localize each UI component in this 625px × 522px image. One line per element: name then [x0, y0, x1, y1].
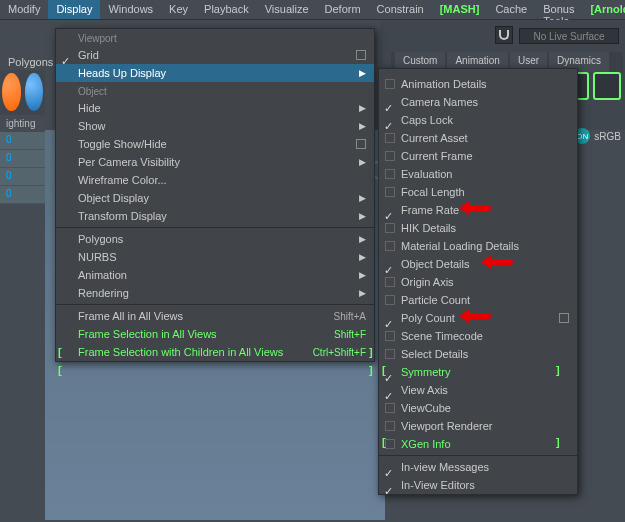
menu-item-label: Object Details: [401, 258, 469, 270]
tool-icon-2[interactable]: [25, 73, 44, 111]
menu-display[interactable]: Display: [48, 0, 100, 19]
hud-item-xgen-info[interactable]: XGen Info: [379, 435, 577, 453]
hud-item-particle-count[interactable]: Particle Count: [379, 291, 577, 309]
shortcut-label: Shift+A: [333, 311, 366, 322]
channel-value-1[interactable]: 0: [0, 150, 45, 168]
hud-item-evaluation[interactable]: Evaluation: [379, 165, 577, 183]
menu-item-show[interactable]: Show▶: [56, 117, 374, 135]
menu-item-label: View Axis: [401, 384, 448, 396]
menu-item-label: Animation Details: [401, 78, 487, 90]
menu-item-heads-up-display[interactable]: Heads Up Display▶: [56, 64, 374, 82]
menu-item-label: ViewCube: [401, 402, 451, 414]
hud-item-frame-rate[interactable]: Frame Rate: [379, 201, 577, 219]
hud-item-viewcube[interactable]: ViewCube: [379, 399, 577, 417]
menu-item-label: Select Details: [401, 348, 468, 360]
checkbox-empty-icon: [385, 295, 395, 305]
submenu-arrow-icon: ▶: [359, 252, 366, 262]
live-surface-indicator[interactable]: No Live Surface: [519, 28, 619, 44]
menu-item-frame-selection-children[interactable]: Frame Selection with Children in All Vie…: [56, 343, 374, 361]
checkbox-empty-icon: [385, 169, 395, 179]
menu-item-label: Frame Rate: [401, 204, 459, 216]
option-box-icon[interactable]: [356, 139, 366, 149]
menu-item-label: Material Loading Details: [401, 240, 519, 252]
channel-value-2[interactable]: 0: [0, 168, 45, 186]
submenu-arrow-icon: ▶: [359, 288, 366, 298]
option-box-icon[interactable]: [559, 313, 569, 323]
menu-item-wireframe-color[interactable]: Wireframe Color...: [56, 171, 374, 189]
menu-visualize[interactable]: Visualize: [257, 0, 317, 19]
menu-item-inview-editors[interactable]: In-View Editors: [379, 476, 577, 494]
menu-playback[interactable]: Playback: [196, 0, 257, 19]
hud-item-select-details[interactable]: Select Details: [379, 345, 577, 363]
hud-item-view-axis[interactable]: View Axis: [379, 381, 577, 399]
menu-windows[interactable]: Windows: [100, 0, 161, 19]
menu-item-frame-all[interactable]: Frame All in All ViewsShift+A: [56, 307, 374, 325]
hud-item-scene-timecode[interactable]: Scene Timecode: [379, 327, 577, 345]
hud-item-animation-details[interactable]: Animation Details: [379, 75, 577, 93]
menu-item-polygons[interactable]: Polygons▶: [56, 230, 374, 248]
menu-divider: [56, 304, 374, 305]
checkbox-empty-icon: [385, 79, 395, 89]
menu-item-nurbs[interactable]: NURBS▶: [56, 248, 374, 266]
menu-item-label: XGen Info: [401, 438, 451, 450]
hud-item-origin-axis[interactable]: Origin Axis: [379, 273, 577, 291]
menu-item-hide[interactable]: Hide▶: [56, 99, 374, 117]
magnet-button[interactable]: [495, 26, 513, 44]
shelf-icon-2[interactable]: [593, 72, 621, 100]
menu-item-object-display[interactable]: Object Display▶: [56, 189, 374, 207]
menu-item-grid[interactable]: Grid: [56, 46, 374, 64]
checkbox-empty-icon: [385, 187, 395, 197]
menu-deform[interactable]: Deform: [317, 0, 369, 19]
shortcut-label: Shift+F: [334, 329, 366, 340]
menu-section-object: Object: [56, 82, 374, 99]
menu-cache[interactable]: Cache: [487, 0, 535, 19]
srgb-label[interactable]: sRGB: [594, 131, 621, 142]
menu-item-animation[interactable]: Animation▶: [56, 266, 374, 284]
hud-item-material-loading-details[interactable]: Material Loading Details: [379, 237, 577, 255]
menu-item-transform-display[interactable]: Transform Display▶: [56, 207, 374, 225]
menu-item-label: Focal Length: [401, 186, 465, 198]
hud-item-current-frame[interactable]: Current Frame: [379, 147, 577, 165]
hud-item-caps-lock[interactable]: Caps Lock: [379, 111, 577, 129]
bracket-icon: ]: [556, 436, 560, 448]
menu-modify[interactable]: Modify: [0, 0, 48, 19]
hud-item-hik-details[interactable]: HIK Details: [379, 219, 577, 237]
display-dropdown-menu: Viewport Grid Heads Up Display▶ Object H…: [55, 28, 375, 362]
channel-value-0[interactable]: 0: [0, 132, 45, 150]
checkbox-empty-icon: [385, 151, 395, 161]
menu-item-per-camera-visibility[interactable]: Per Camera Visibility▶: [56, 153, 374, 171]
checkbox-empty-icon: [385, 421, 395, 431]
hud-item-poly-count[interactable]: Poly Count: [379, 309, 577, 327]
magnet-icon: [499, 30, 509, 40]
menu-item-label: Current Frame: [401, 150, 473, 162]
menu-item-label: Camera Names: [401, 96, 478, 108]
hud-item-current-asset[interactable]: Current Asset: [379, 129, 577, 147]
menu-item-inview-messages[interactable]: In-view Messages: [379, 458, 577, 476]
menu-bonus-tools[interactable]: Bonus Tools: [535, 0, 582, 19]
menu-section-viewport: Viewport: [56, 29, 374, 46]
polygons-shelf-label[interactable]: Polygons: [0, 52, 61, 72]
hud-item-object-details[interactable]: Object Details: [379, 255, 577, 273]
menu-item-label: Scene Timecode: [401, 330, 483, 342]
hud-item-viewport-renderer[interactable]: Viewport Renderer: [379, 417, 577, 435]
menu-item-frame-selection[interactable]: Frame Selection in All ViewsShift+F: [56, 325, 374, 343]
menu-mash[interactable]: [MASH]: [432, 0, 488, 19]
menu-item-label: Particle Count: [401, 294, 470, 306]
menu-key[interactable]: Key: [161, 0, 196, 19]
hud-item-focal-length[interactable]: Focal Length: [379, 183, 577, 201]
menu-item-rendering[interactable]: Rendering▶: [56, 284, 374, 302]
hud-item-symmetry[interactable]: Symmetry: [379, 363, 577, 381]
option-box-icon[interactable]: [356, 50, 366, 60]
menu-constrain[interactable]: Constrain: [369, 0, 432, 19]
bracket-icon: [: [58, 346, 62, 358]
bracket-icon: ]: [369, 346, 373, 358]
menu-arnold[interactable]: [Arnold]: [582, 0, 625, 19]
tool-icon-1[interactable]: [2, 73, 21, 111]
channel-value-3[interactable]: 0: [0, 186, 45, 204]
menu-item-toggle-show-hide[interactable]: Toggle Show/Hide: [56, 135, 374, 153]
bracket-icon: [: [382, 436, 386, 448]
submenu-arrow-icon: ▶: [359, 193, 366, 203]
heads-up-display-submenu: Animation DetailsCamera NamesCaps LockCu…: [378, 68, 578, 495]
hud-item-camera-names[interactable]: Camera Names: [379, 93, 577, 111]
main-menubar: Modify Display Windows Key Playback Visu…: [0, 0, 625, 20]
